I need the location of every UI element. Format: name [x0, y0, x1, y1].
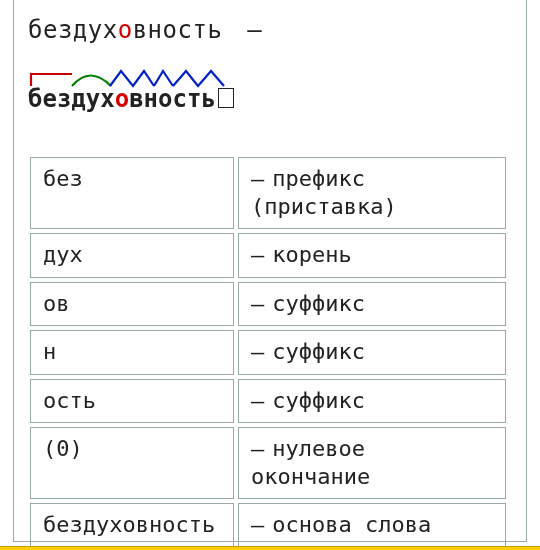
gold-accent-bar	[0, 546, 540, 550]
desc-cell: —корень	[238, 233, 506, 278]
suffix-mark-1-icon	[110, 71, 154, 86]
desc-cell: —суффикс	[238, 282, 506, 327]
table-row: ость —суффикс	[30, 379, 506, 424]
table-row: (0) —нулевое окончание	[30, 427, 506, 499]
table-row: бездуховность —основа слова	[30, 503, 506, 548]
desc-cell: —префикс (приставка)	[238, 157, 506, 229]
desc-cell: —нулевое окончание	[238, 427, 506, 499]
part-cell: дух	[30, 233, 234, 278]
headline: бездуховность —	[28, 16, 512, 44]
part-cell: ость	[30, 379, 234, 424]
part-cell: (0)	[30, 427, 234, 499]
dash-icon: —	[251, 339, 264, 364]
desc-text: суффикс	[272, 339, 365, 364]
table-row: н —суффикс	[30, 330, 506, 375]
desc-cell: —суффикс	[238, 330, 506, 375]
headline-post: вность	[133, 16, 223, 44]
desc-text: суффикс	[272, 388, 365, 413]
table-row: без —префикс (приставка)	[30, 157, 506, 229]
part-cell: ов	[30, 282, 234, 327]
dash-icon: —	[251, 436, 264, 461]
morph-accent: о	[115, 85, 129, 113]
headline-dash: —	[247, 16, 262, 44]
dash-icon: —	[251, 512, 264, 537]
desc-text: корень	[272, 242, 351, 267]
table-row: ов —суффикс	[30, 282, 506, 327]
desc-cell: —суффикс	[238, 379, 506, 424]
dash-icon: —	[251, 242, 264, 267]
morpheme-table: без —префикс (приставка) дух —корень ов …	[26, 153, 510, 550]
headline-accent: о	[118, 16, 133, 44]
suffix-mark-2-icon	[154, 71, 173, 86]
dash-icon: —	[251, 388, 264, 413]
desc-cell: —основа слова	[238, 503, 506, 548]
desc-text: префикс (приставка)	[251, 166, 397, 219]
morph-prefix: без	[28, 85, 71, 113]
table-row: дух —корень	[30, 233, 506, 278]
zero-ending-box-icon	[218, 88, 234, 108]
morph-rest: вность	[129, 85, 216, 113]
dash-icon: —	[251, 166, 264, 191]
morpheme-diagram: бездуховность	[28, 68, 258, 113]
morph-root: дух	[71, 85, 114, 113]
part-cell: н	[30, 330, 234, 375]
headline-pre: бездух	[28, 16, 118, 44]
morphology-card: бездуховность — бездуховность	[13, 0, 527, 542]
part-cell: бездуховность	[30, 503, 234, 548]
suffix-mark-3-icon	[173, 71, 224, 86]
part-cell: без	[30, 157, 234, 229]
desc-text: суффикс	[272, 291, 365, 316]
desc-text: нулевое окончание	[251, 436, 370, 489]
morpheme-word: бездуховность	[28, 85, 234, 113]
dash-icon: —	[251, 291, 264, 316]
desc-text: основа слова	[272, 512, 431, 537]
